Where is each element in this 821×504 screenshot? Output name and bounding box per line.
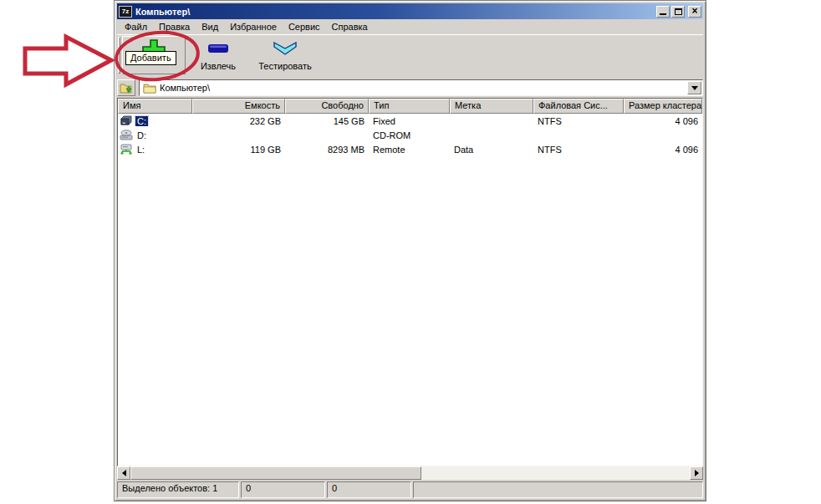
menu-file[interactable]: Файл <box>119 21 153 33</box>
scroll-right-button[interactable] <box>690 466 703 480</box>
test-label: Тестировать <box>258 61 312 71</box>
annotation-arrow <box>25 37 111 84</box>
cell-type: Fixed <box>369 116 450 126</box>
test-check-icon <box>273 38 297 59</box>
toolbar-gripper <box>118 37 120 74</box>
arrow-right-icon <box>695 470 699 476</box>
add-button[interactable]: Добавить <box>122 36 186 74</box>
table-row-drive-l[interactable]: L: 119 GB 8293 MB Remote Data NTFS 4 096 <box>118 142 702 156</box>
cell-type: CD-ROM <box>369 130 450 140</box>
horizontal-scrollbar <box>117 466 703 480</box>
7zip-window: 7z Компьютер\ × Файл Правка Вид Избранно… <box>114 0 706 501</box>
list-body: C: 232 GB 145 GB Fixed NTFS 4 096 <box>118 114 702 466</box>
scroll-left-button[interactable] <box>117 466 130 480</box>
column-header-cluster[interactable]: Размер кластера <box>624 99 702 114</box>
status-bar: Выделено объектов: 1 0 0 <box>117 481 703 498</box>
title-bar: 7z Компьютер\ × <box>117 3 703 19</box>
hard-drive-icon <box>120 115 133 126</box>
address-path: Компьютер\ <box>160 83 210 93</box>
status-selected-count: Выделено объектов: 1 <box>117 481 239 498</box>
table-row-drive-c[interactable]: C: 232 GB 145 GB Fixed NTFS 4 096 <box>118 114 702 128</box>
file-list: Имя Емкость Свободно Тип Метка Файловая … <box>117 98 703 466</box>
cell-capacity: 232 GB <box>192 116 285 126</box>
address-combo[interactable]: Компьютер\ <box>139 79 703 96</box>
menu-view[interactable]: Вид <box>196 21 224 33</box>
address-bar: Компьютер\ <box>117 78 703 98</box>
menu-bar: Файл Правка Вид Избранное Сервис Справка <box>117 19 703 34</box>
maximize-button[interactable] <box>671 6 685 18</box>
cell-cluster: 4 096 <box>624 116 702 126</box>
list-header: Имя Емкость Свободно Тип Метка Файловая … <box>118 99 702 114</box>
minimize-icon <box>660 13 666 15</box>
cell-filesystem: NTFS <box>533 145 624 155</box>
scrollbar-thumb[interactable] <box>130 466 421 480</box>
up-folder-button[interactable] <box>117 79 135 96</box>
menu-help[interactable]: Справка <box>326 21 374 33</box>
desktop-canvas: 7z Компьютер\ × Файл Правка Вид Избранно… <box>0 0 821 504</box>
cell-label: Data <box>450 145 533 155</box>
column-header-label[interactable]: Метка <box>450 99 533 114</box>
menu-edit[interactable]: Правка <box>153 21 196 33</box>
address-dropdown-button[interactable] <box>687 81 701 94</box>
cell-free: 145 GB <box>285 116 369 126</box>
scrollbar-track[interactable] <box>130 466 690 480</box>
drive-name: L: <box>135 145 146 155</box>
cell-free: 8293 MB <box>285 145 369 155</box>
status-panel-2: 0 <box>241 481 325 498</box>
minimize-button[interactable] <box>656 6 670 18</box>
test-button[interactable]: Тестировать <box>249 35 321 71</box>
menu-tools[interactable]: Сервис <box>283 21 326 33</box>
cell-type: Remote <box>369 145 450 155</box>
window-title: Компьютер\ <box>135 7 656 17</box>
maximize-icon <box>675 8 682 15</box>
drive-name: C: <box>135 116 148 126</box>
cd-drive-icon <box>120 130 133 140</box>
toolbar: Добавить Извлечь Тестировать <box>117 34 703 78</box>
column-header-name[interactable]: Имя <box>118 99 192 114</box>
status-panel-3: 0 <box>327 481 411 498</box>
drive-name: D: <box>135 130 148 140</box>
network-drive-icon <box>120 144 133 155</box>
cell-filesystem: NTFS <box>533 116 624 126</box>
chevron-down-icon <box>691 86 698 90</box>
column-header-filesystem[interactable]: Файловая Сис... <box>533 99 624 114</box>
close-button[interactable]: × <box>688 6 701 18</box>
cell-capacity: 119 GB <box>192 145 285 155</box>
menu-favorites[interactable]: Избранное <box>224 21 283 33</box>
status-panel-4 <box>413 481 703 498</box>
add-tooltip: Добавить <box>125 51 176 65</box>
table-row-drive-d[interactable]: D: CD-ROM <box>118 128 702 142</box>
column-header-free[interactable]: Свободно <box>285 99 369 114</box>
column-header-type[interactable]: Тип <box>369 99 450 114</box>
app-icon: 7z <box>119 6 132 18</box>
column-header-capacity[interactable]: Емкость <box>192 99 285 114</box>
extract-label: Извлечь <box>201 61 236 71</box>
folder-up-icon <box>120 82 133 94</box>
arrow-left-icon <box>122 470 126 476</box>
extract-minus-icon <box>207 38 229 59</box>
cell-cluster: 4 096 <box>624 145 702 155</box>
folder-icon <box>143 83 156 94</box>
close-icon: × <box>691 7 697 15</box>
extract-button[interactable]: Извлечь <box>192 35 244 71</box>
